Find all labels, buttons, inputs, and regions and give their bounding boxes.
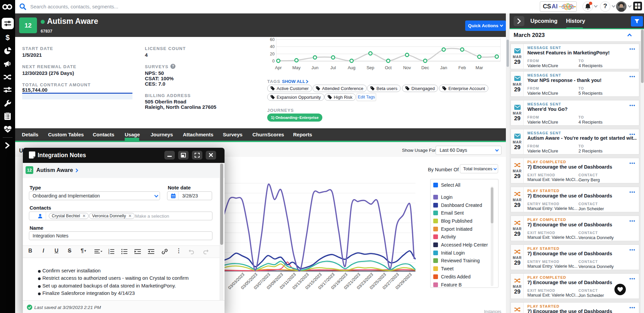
svg-text:Oct: Oct bbox=[385, 65, 392, 70]
svg-text:20: 20 bbox=[270, 52, 275, 56]
svg-text:Jul: Jul bbox=[330, 65, 336, 70]
svg-text:Sep: Sep bbox=[366, 65, 374, 70]
svg-text:Aug: Aug bbox=[348, 65, 355, 70]
svg-text:3: 3 bbox=[108, 253, 110, 255]
svg-text:Jun: Jun bbox=[312, 65, 319, 70]
svg-text:60: 60 bbox=[270, 37, 275, 42]
svg-text:May: May bbox=[292, 65, 301, 70]
svg-text:0: 0 bbox=[272, 59, 275, 63]
svg-text:Apr: Apr bbox=[275, 65, 282, 70]
svg-text:Jan: Jan bbox=[440, 65, 447, 70]
svg-text:Nov: Nov bbox=[403, 65, 411, 70]
svg-text:Mar: Mar bbox=[476, 65, 483, 70]
svg-text:Feb: Feb bbox=[458, 65, 466, 70]
svg-text:Dec: Dec bbox=[421, 65, 429, 70]
svg-text:40: 40 bbox=[270, 44, 275, 49]
